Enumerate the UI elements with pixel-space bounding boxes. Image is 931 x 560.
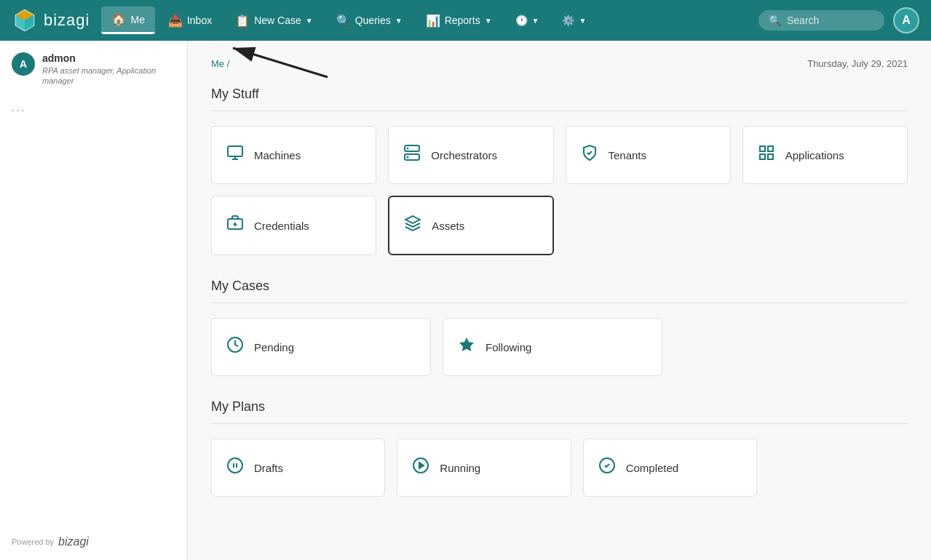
main-layout: A admon RPA asset manager, Application m… [0,41,931,560]
following-label: Following [486,341,531,353]
nav-clock[interactable]: 🕐 ▼ [505,9,550,32]
queries-icon: 🔍 [336,14,351,28]
my-cases-divider [211,303,908,303]
card-assets[interactable]: Assets [388,196,553,255]
applications-label: Applications [785,149,844,161]
card-tenants[interactable]: Tenants [566,126,731,184]
nav-queries[interactable]: 🔍 Queries ▼ [326,8,413,33]
search-input[interactable] [787,15,874,26]
grid-icon [758,144,775,166]
pause-circle-icon [226,457,244,479]
sidebar-user: A admon RPA asset manager, Application m… [12,52,175,87]
play-circle-icon [412,457,429,479]
my-stuff-divider [211,111,908,111]
machines-label: Machines [254,149,301,161]
server-icon [403,144,421,166]
assets-label: Assets [432,220,464,232]
credentials-label: Credentials [254,220,309,232]
svg-rect-13 [760,154,765,159]
reports-icon: 📊 [426,14,440,28]
card-credentials[interactable]: Credentials [211,196,376,255]
card-pending[interactable]: Pending [211,318,431,376]
my-stuff-title: My Stuff [211,87,908,102]
my-stuff-section: My Stuff Machines Orchestrators [211,87,908,255]
clock-icon [226,336,244,358]
completed-label: Completed [626,462,679,474]
svg-rect-11 [760,146,765,151]
orchestrators-label: Orchestrators [431,149,497,161]
drafts-label: Drafts [254,462,283,474]
bizagi-logo-icon [12,7,38,33]
svg-marker-20 [459,337,474,351]
card-machines[interactable]: Machines [211,126,376,184]
powered-by-text: Powered by [12,537,54,546]
badge-icon [226,215,244,236]
sidebar-more-options[interactable]: ··· [12,104,175,117]
svg-point-21 [228,458,242,473]
new-case-dropdown-arrow: ▼ [306,17,313,25]
my-plans-divider [211,423,908,424]
my-cases-section: My Cases Pending Following [211,279,908,376]
navbar: bizagi 🏠 Me 📥 Inbox 📋 New Case ▼ 🔍 Queri… [0,0,931,41]
breadcrumb: Me / [211,58,229,69]
main-content: Me / Thursday, July 29, 2021 My Stuff Ma… [188,41,931,560]
inbox-icon: 📥 [168,14,183,28]
sidebar: A admon RPA asset manager, Application m… [0,41,188,560]
layers-icon [404,215,421,236]
card-running[interactable]: Running [397,439,571,497]
search-icon: 🔍 [769,15,781,26]
tenants-label: Tenants [609,149,647,161]
bizagi-text: bizagi [44,11,90,30]
queries-dropdown-arrow: ▼ [395,17,403,25]
reports-dropdown-arrow: ▼ [485,17,492,25]
new-case-icon: 📋 [235,14,250,28]
monitor-icon [226,144,244,166]
card-following[interactable]: Following [443,318,662,376]
logo[interactable]: bizagi [12,7,90,33]
svg-rect-14 [768,154,773,159]
pending-label: Pending [254,341,294,353]
content-header: Me / Thursday, July 29, 2021 [211,58,908,72]
svg-marker-25 [419,463,424,468]
clock-icon: 🕐 [515,15,528,26]
nav-me[interactable]: 🏠 Me [101,7,154,34]
gear-icon: ⚙️ [562,15,574,26]
sidebar-role: RPA asset manager, Application manager [42,65,175,87]
my-cases-title: My Cases [211,279,908,294]
card-drafts[interactable]: Drafts [211,439,385,497]
sidebar-footer: Powered by bizagi [12,535,175,548]
shield-icon [581,144,598,166]
date-display: Thursday, July 29, 2021 [807,58,908,69]
sidebar-username: admon [42,52,175,64]
sidebar-user-info: admon RPA asset manager, Application man… [42,52,175,87]
card-completed[interactable]: Completed [583,439,757,497]
user-avatar[interactable]: A [893,7,919,33]
svg-rect-12 [768,146,773,151]
powered-by-logo: bizagi [58,535,89,548]
svg-marker-18 [405,216,420,223]
powered-by: Powered by bizagi [12,535,175,548]
running-label: Running [440,462,480,474]
clock-dropdown-arrow: ▼ [532,17,539,25]
nav-new-case[interactable]: 📋 New Case ▼ [225,8,323,33]
nav-inbox[interactable]: 📥 Inbox [158,8,222,33]
check-circle-icon [598,457,616,479]
nav-reports[interactable]: 📊 Reports ▼ [416,8,502,33]
card-orchestrators[interactable]: Orchestrators [388,126,553,184]
settings-dropdown-arrow: ▼ [579,17,586,25]
search-box[interactable]: 🔍 [758,10,884,31]
star-icon [458,336,475,358]
svg-rect-4 [228,146,242,156]
my-plans-section: My Plans Drafts Running [211,399,908,497]
home-icon: 🏠 [111,12,126,26]
sidebar-avatar: A [12,52,35,76]
my-plans-title: My Plans [211,399,908,415]
nav-settings[interactable]: ⚙️ ▼ [552,9,596,32]
card-applications[interactable]: Applications [742,126,908,184]
